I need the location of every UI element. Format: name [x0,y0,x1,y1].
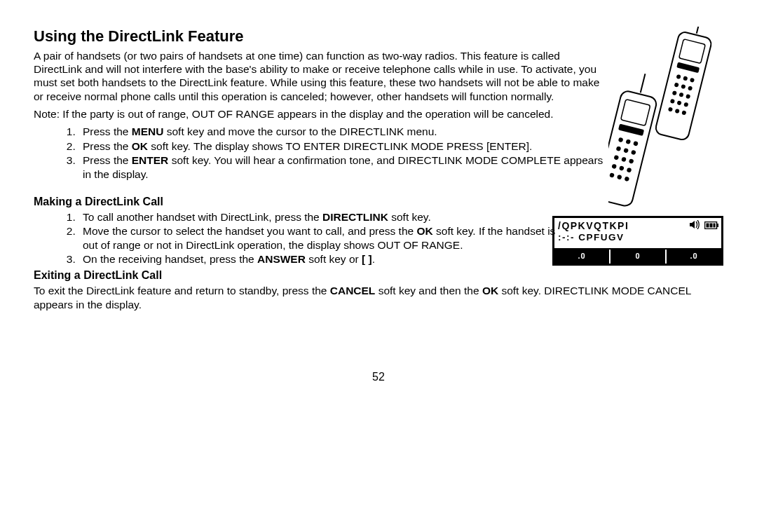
svg-line-18 [697,27,701,34]
making-step-2: Move the cursor to select the handset yo… [79,224,566,252]
lcd-soft-key-2: 0 [609,250,665,264]
intro-paragraph: A pair of handsets (or two pairs of hand… [34,49,608,104]
svg-line-37 [641,74,646,93]
making-step-1: To call another handset with DirectLink,… [79,210,566,224]
setup-step-3: Press the ENTER soft key. You will hear … [79,154,608,181]
lcd-soft-key-3: .0 [665,250,721,264]
lcd-line1: /QPKVQTKPI [558,220,629,233]
talk-bracket-icon: [ ] [362,253,372,265]
speaker-icon [689,220,700,233]
lcd-display: /QPKVQTKPI :-:- CPFUGV .0 0 .0 [552,216,723,266]
lcd-soft-key-bar: .0 0 .0 [554,248,721,264]
exiting-heading: Exiting a DirectLink Call [34,268,723,282]
making-call-heading: Making a DirectLink Call [34,195,566,209]
battery-icon [704,220,718,233]
note-paragraph: Note: If the party is out of range, OUT … [34,107,608,121]
handsets-illustration [608,27,723,182]
setup-step-1: Press the MENU soft key and move the cur… [79,125,608,138]
setup-steps: Press the MENU soft key and move the cur… [34,125,608,181]
svg-rect-39 [717,224,718,227]
exiting-paragraph: To exit the DirectLink feature and retur… [34,284,723,311]
setup-step-2: Press the OK soft key. The display shows… [79,139,608,153]
lcd-line2: :-:- CPFUGV [554,232,721,248]
svg-rect-41 [710,223,713,227]
making-call-steps: To call another handset with DirectLink,… [34,210,566,266]
svg-rect-42 [714,223,716,227]
page-title: Using the DirectLink Feature [34,27,608,46]
svg-rect-40 [707,223,709,227]
lcd-soft-key-1: .0 [554,250,609,264]
page-number: 52 [34,370,723,384]
making-step-3: On the receiving handset, press the ANSW… [79,252,566,266]
